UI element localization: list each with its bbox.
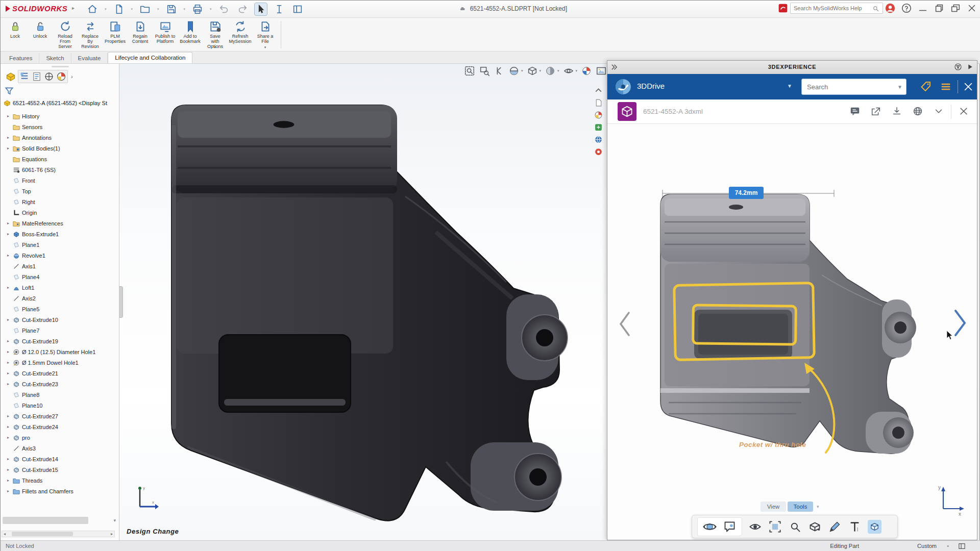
close-icon[interactable]: [966, 3, 977, 14]
panel-tab-view[interactable]: View: [761, 502, 786, 512]
tabs-chevron-icon[interactable]: ▾: [817, 504, 819, 509]
3dpart-file-icon[interactable]: [618, 102, 636, 121]
cm-button-refresh-mysession[interactable]: Refresh MySession: [228, 19, 253, 49]
tree-item-boss-extrude1[interactable]: ▸Boss-Extrude1: [1, 229, 119, 239]
mysolidworks-search-input[interactable]: [790, 3, 883, 14]
tree-item-6061-t6-ss[interactable]: 6061-T6 (SS): [1, 164, 119, 175]
tab-lifecycle-and-collaboration[interactable]: Lifecycle and Collaboration: [108, 52, 192, 63]
dropdown-caret-icon[interactable]: ▾: [184, 7, 186, 11]
panel-search-input[interactable]: [801, 79, 906, 95]
expand-arrow-icon[interactable]: ▸: [6, 489, 11, 493]
configuration-tab-icon[interactable]: [43, 70, 55, 83]
magnifier-icon[interactable]: [788, 520, 802, 534]
display-manager-tab-icon[interactable]: [55, 70, 67, 83]
select-cursor-icon[interactable]: [255, 3, 267, 15]
new-document-icon[interactable]: [113, 3, 125, 15]
tree-item-sensors[interactable]: Sensors: [1, 121, 119, 132]
tree-item-cut-extrude21[interactable]: ▸Cut-Extrude21: [1, 368, 119, 379]
tree-item-cut-extrude14[interactable]: ▸Cut-Extrude14: [1, 454, 119, 464]
tree-item-12-0-12-5-diameter-hole1[interactable]: ▸Ø 12.0 (12.5) Diameter Hole1: [1, 346, 119, 357]
display-pane-icon[interactable]: [291, 3, 304, 15]
panel-play-icon[interactable]: [966, 63, 974, 71]
sw-search-icon[interactable]: [778, 3, 788, 13]
cm-button-plm-properties[interactable]: PLM Properties: [103, 19, 128, 49]
display-style-icon[interactable]: [545, 65, 556, 77]
feature-manager-tab-icon[interactable]: [18, 70, 31, 83]
collapse-arrow-icon[interactable]: [594, 86, 603, 95]
previous-view-icon[interactable]: [494, 65, 505, 77]
panel-filter-icon[interactable]: [954, 63, 962, 71]
section-view-icon[interactable]: [508, 65, 520, 77]
markup-pencil-icon[interactable]: [828, 520, 842, 534]
zoom-fit-area-icon[interactable]: [768, 520, 782, 534]
dimension-label[interactable]: 74.2mm: [729, 187, 764, 199]
print-icon[interactable]: [191, 3, 204, 15]
tree-item-annotations[interactable]: ▸Annotations: [1, 132, 119, 143]
tree-item-cut-extrude23[interactable]: ▸Cut-Extrude23: [1, 379, 119, 389]
cm-button-replace-by-revision[interactable]: Replace By Revision: [78, 19, 103, 49]
tree-item-revolve1[interactable]: ▸Revolve1: [1, 250, 119, 261]
cm-button-reload-from-server[interactable]: Reload From Server: [53, 19, 78, 49]
appearances-ball-icon[interactable]: [594, 111, 603, 119]
tree-item-front[interactable]: Front: [1, 175, 119, 186]
status-units[interactable]: Custom: [917, 543, 937, 549]
comment-mode-icon[interactable]: [723, 520, 737, 534]
file-close-icon[interactable]: [959, 106, 969, 116]
tree-item-loft1[interactable]: ▸Loft1: [1, 282, 119, 293]
cascade-icon[interactable]: [950, 3, 961, 14]
dropdown-caret-icon[interactable]: ▾: [521, 69, 523, 73]
expand-arrow-icon[interactable]: ▸: [6, 232, 11, 236]
save-icon[interactable]: [165, 3, 178, 15]
dropdown-caret-icon[interactable]: ▾: [105, 7, 107, 11]
tag-icon[interactable]: [920, 81, 932, 93]
tree-item-plane10[interactable]: Plane10: [1, 400, 119, 411]
section-box-icon[interactable]: [808, 520, 822, 534]
tree-item-threads[interactable]: ▸Threads: [1, 475, 119, 486]
expand-arrow-icon[interactable]: ▸: [6, 317, 11, 322]
user-avatar-icon[interactable]: [885, 3, 896, 14]
view-orientation-icon[interactable]: [527, 65, 538, 77]
minimize-icon[interactable]: [917, 3, 928, 14]
zoom-area-icon[interactable]: [479, 65, 490, 77]
dropdown-caret-icon[interactable]: ▾: [264, 45, 266, 49]
cm-button-save-with-options[interactable]: Save with Options▾: [203, 19, 228, 49]
dropdown-caret-icon[interactable]: ▾: [557, 69, 559, 73]
tree-item-right[interactable]: Right: [1, 196, 119, 207]
instant-toggle-icon[interactable]: [273, 3, 285, 15]
tree-item-cut-extrude19[interactable]: ▸Cut-Extrude19: [1, 336, 119, 346]
tree-item-plane8[interactable]: Plane8: [1, 389, 119, 400]
open-icon[interactable]: [139, 3, 151, 15]
home-icon[interactable]: [86, 3, 99, 15]
expand-arrow-icon[interactable]: ▸: [6, 114, 11, 118]
document-icon[interactable]: [594, 98, 603, 107]
download-icon[interactable]: [891, 106, 902, 117]
panel-close-icon[interactable]: [963, 81, 974, 92]
app-chevron-icon[interactable]: ▼: [787, 83, 792, 89]
restore-icon[interactable]: [934, 3, 945, 14]
tree-item-fillets-and-chamfers[interactable]: ▸Fillets and Chamfers: [1, 486, 119, 496]
logo-caret-icon[interactable]: ▸: [72, 5, 75, 11]
world-green-icon[interactable]: [594, 123, 603, 132]
tree-item-1-5mm-dowel-hole1[interactable]: ▸Ø 1.5mm Dowel Hole1: [1, 357, 119, 368]
tree-item-cut-extrude15[interactable]: ▸Cut-Extrude15: [1, 464, 119, 475]
tree-item-axis3[interactable]: Axis3: [1, 443, 119, 454]
tree-item-solid-bodies-1[interactable]: ▸Solid Bodies(1): [1, 143, 119, 154]
tab-sketch[interactable]: Sketch: [39, 53, 71, 63]
dropdown-caret-icon[interactable]: ▾: [157, 7, 159, 11]
expand-arrow-icon[interactable]: ▸: [6, 339, 11, 343]
cm-button-unlock[interactable]: Unlock: [28, 19, 53, 49]
expand-arrow-icon[interactable]: ▸: [6, 371, 11, 375]
tree-item-cut-extrude24[interactable]: ▸Cut-Extrude24: [1, 421, 119, 432]
undo-icon[interactable]: [218, 3, 230, 15]
expand-arrow-icon[interactable]: ▸: [6, 146, 11, 151]
tab-evaluate[interactable]: Evaluate: [71, 53, 108, 63]
search-chevron-icon[interactable]: ▼: [897, 84, 902, 90]
tree-root-node[interactable]: 6521-4552-A (6521-4552) <Display St: [4, 99, 107, 107]
cm-button-add-to-bookmark[interactable]: Add to Bookmark: [178, 19, 203, 49]
main-part-canvas[interactable]: [119, 64, 608, 540]
appearances-icon[interactable]: [581, 65, 592, 77]
previous-arrow-icon[interactable]: [618, 311, 632, 337]
comment-icon[interactable]: [849, 106, 861, 117]
expand-arrow-icon[interactable]: ▸: [6, 221, 11, 226]
tree-item-cut-extrude27[interactable]: ▸Cut-Extrude27: [1, 411, 119, 421]
